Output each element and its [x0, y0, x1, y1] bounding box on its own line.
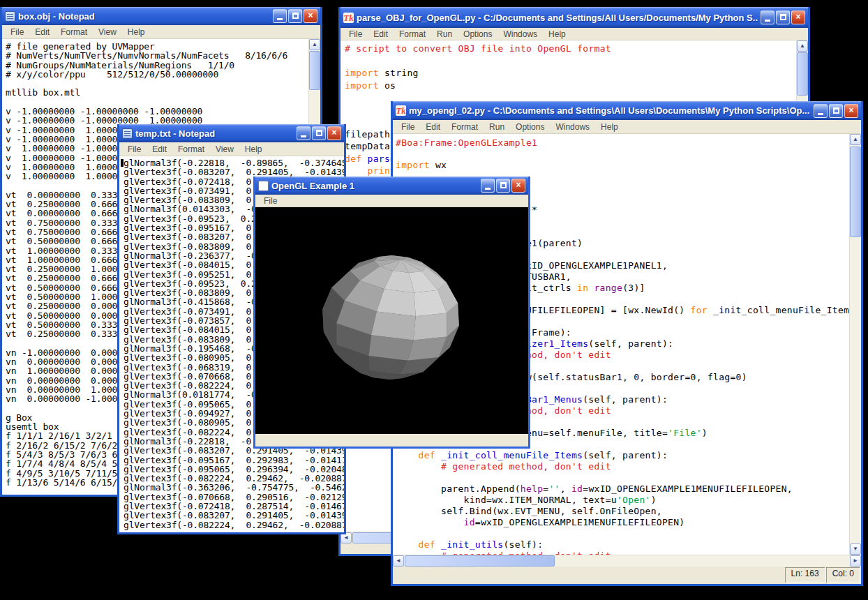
menu-item-options[interactable]: Options	[458, 28, 497, 40]
menu-item-format[interactable]: Format	[172, 143, 210, 156]
menu-item-edit[interactable]: Edit	[29, 26, 55, 38]
text-line: v -1.00000000 -1.00000000 -1.00000000	[6, 107, 308, 116]
idle-python-icon: Tk	[343, 13, 354, 23]
text-line: import string	[345, 67, 795, 80]
text-line: mtllib box.mtl	[6, 88, 308, 97]
text-line: # script to convert OBJ file into OpenGL…	[345, 43, 795, 55]
text-line: # generated method, don't edit	[396, 461, 848, 472]
text-line: glVertex3f(-0.083207, 0.291405, -0.01439…	[124, 167, 344, 177]
menu-item-file[interactable]: File	[258, 195, 283, 207]
titlebar[interactable]: OpenGL Example 1 ×	[255, 177, 528, 195]
window-title: box.obj - Notepad	[18, 11, 270, 22]
menu-item-run[interactable]: Run	[484, 121, 510, 133]
text-line: glVertex3f(-0.095065, 0.296394, -0.02048…	[124, 465, 344, 474]
minimize-button[interactable]	[297, 126, 310, 140]
menu-item-view[interactable]: View	[210, 143, 239, 156]
close-button[interactable]: ×	[327, 126, 341, 140]
text-line: glNormal3f(-0.22818, -0.89865, -0.374645…	[124, 158, 344, 167]
status-bar: Ln: 163 Col: 0	[393, 567, 861, 584]
close-button[interactable]: ×	[844, 104, 858, 118]
opengl-canvas[interactable]	[255, 207, 528, 434]
scroll-right-icon[interactable]: ►	[850, 555, 861, 567]
window-title: temp.txt - Notepad	[135, 128, 294, 139]
menu-item-edit[interactable]: Edit	[368, 28, 394, 40]
text-line: glVertex3f(-0.095167, 0.292983, -0.01411…	[124, 456, 344, 465]
maximize-button[interactable]	[496, 179, 510, 193]
menu-item-format[interactable]: Format	[394, 28, 431, 40]
text-line: glVertex3f(-0.082224, 0.29462, -0.020887…	[124, 520, 344, 530]
maximize-button[interactable]	[312, 126, 326, 140]
vertical-scrollbar[interactable]: ▲ ▼	[849, 134, 861, 555]
titlebar[interactable]: Tk parse_OBJ_for_OpenGL.py - C:/Document…	[341, 7, 808, 28]
minimize-button[interactable]	[761, 10, 775, 24]
text-line: glVertex3f(-0.083207, 0.291405, -0.01439…	[124, 511, 344, 520]
titlebar[interactable]: box.obj - Notepad ×	[2, 7, 320, 25]
menubar: FileEditFormatRunOptionsWindowsHelp	[341, 28, 808, 40]
app-window-icon	[258, 181, 269, 191]
status-bar	[255, 434, 528, 447]
menu-item-format[interactable]: Format	[55, 26, 93, 38]
scroll-up-icon[interactable]: ▲	[309, 39, 320, 50]
menu-item-help[interactable]: Help	[122, 26, 151, 38]
menu-item-file[interactable]: File	[122, 143, 147, 156]
maximize-button[interactable]	[288, 9, 302, 23]
close-button[interactable]: ×	[791, 10, 805, 24]
menu-item-run[interactable]: Run	[431, 28, 458, 40]
scroll-up-icon[interactable]: ▲	[850, 134, 861, 145]
menu-item-help[interactable]: Help	[239, 143, 268, 156]
horizontal-scrollbar[interactable]: ◄ ►	[393, 555, 861, 567]
close-button[interactable]: ×	[304, 9, 317, 23]
text-line: glVertex3f(-0.072418, 0.287514, -0.01467…	[124, 502, 344, 511]
menu-item-file[interactable]: File	[5, 26, 29, 38]
text-line: glVertex3f(-0.082224, 0.29462, -0.020887…	[124, 474, 344, 483]
menu-item-windows[interactable]: Windows	[550, 121, 595, 133]
maximize-button[interactable]	[829, 104, 843, 118]
scroll-left-icon[interactable]: ◄	[393, 555, 404, 567]
text-line	[396, 472, 848, 483]
text-line: # NumGroups/NumMaterials/NumRegions 1/1/…	[6, 61, 308, 70]
minimize-button[interactable]	[273, 9, 287, 23]
menu-item-help[interactable]: Help	[595, 121, 624, 133]
menu-item-view[interactable]: View	[93, 26, 122, 38]
scroll-down-icon[interactable]: ▼	[850, 543, 861, 555]
idle-python-icon: Tk	[396, 105, 406, 116]
window-title: OpenGL Example 1	[271, 181, 478, 191]
menu-item-edit[interactable]: Edit	[420, 121, 446, 133]
titlebar[interactable]: temp.txt - Notepad ×	[119, 124, 344, 142]
text-line	[396, 149, 848, 160]
text-line: # file generated by UVMapper	[6, 42, 308, 51]
menu-item-windows[interactable]: Windows	[497, 28, 543, 40]
scroll-up-icon[interactable]: ▲	[797, 40, 808, 52]
text-line: id=wxID_OPENGLEXAMPLE1MENUFILEFILEOPEN)	[396, 517, 848, 528]
minimize-button[interactable]	[814, 104, 828, 118]
menu-item-options[interactable]: Options	[510, 121, 550, 133]
menubar: FileEditFormatViewHelp	[119, 142, 344, 156]
window-title: my_opengl_02.py - C:\Documents and Setti…	[409, 105, 811, 116]
text-line: import wx	[396, 160, 848, 171]
menu-item-help[interactable]: Help	[543, 28, 571, 40]
text-line: def _init_coll_menuFile_Items(self, pare…	[396, 450, 848, 461]
menu-item-file[interactable]: File	[396, 121, 420, 133]
menubar: FileEditFormatRunOptionsWindowsHelp	[393, 120, 861, 134]
menu-item-format[interactable]: Format	[446, 121, 484, 133]
text-line	[6, 79, 308, 88]
titlebar[interactable]: Tk my_opengl_02.py - C:\Documents and Se…	[393, 101, 861, 120]
window-opengl-example: OpenGL Example 1 × File	[253, 177, 530, 449]
text-line: glNormal3f(-0.363206, -0.754775, -0.5462…	[124, 483, 344, 492]
maximize-button[interactable]	[776, 10, 790, 24]
notepad-icon	[122, 128, 133, 139]
text-line: glVertex3f(-0.070668, 0.290516, -0.02129…	[124, 493, 344, 502]
text-line: # NumVerts/NumTVerts/NumvNormals/NumFace…	[6, 51, 308, 60]
window-title: parse_OBJ_for_OpenGL.py - C:/Documents a…	[357, 13, 758, 23]
menu-item-file[interactable]: File	[343, 28, 368, 40]
text-line: parent.Append(help='', id=wxID_OPENGLEXA…	[396, 483, 848, 495]
menubar: File	[255, 195, 528, 207]
menu-item-edit[interactable]: Edit	[147, 143, 172, 156]
minimize-button[interactable]	[481, 179, 495, 193]
text-line: kind=wx.ITEM_NORMAL, text=u'Open')	[396, 495, 848, 506]
notepad-icon	[5, 11, 15, 22]
text-line: #Boa:Frame:OpenGLExample1	[396, 137, 848, 149]
text-line: self.Bind(wx.EVT_MENU, self.OnFileOpen,	[396, 506, 848, 517]
close-button[interactable]: ×	[511, 179, 525, 193]
text-line: def _init_utils(self):	[396, 539, 848, 550]
